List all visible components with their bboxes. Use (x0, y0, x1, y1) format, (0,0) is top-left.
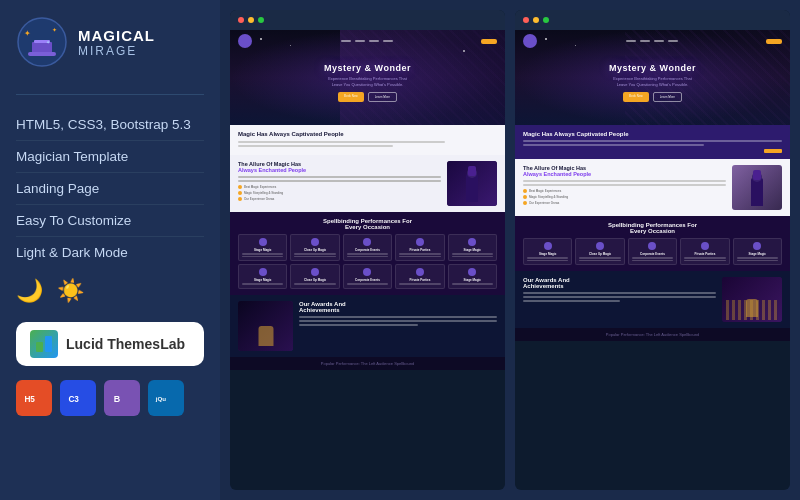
light-nav-link-1 (626, 40, 636, 42)
dark-nav-link-2 (355, 40, 365, 42)
dark-hero-text: Mystery & Wonder Experience Breathtaking… (324, 63, 411, 102)
dark-magician-body (466, 174, 478, 202)
dark-svc-text-5 (452, 253, 493, 255)
light-svc-icon-2 (596, 242, 604, 250)
dark-bottom-text: Popular Performance: The Left Audience S… (238, 361, 497, 366)
dark-service-7: Close Up Magic (290, 264, 339, 289)
light-scroll-area: Mystery & Wonder Experience Breathtaking… (515, 30, 790, 470)
dark-service-9: Private Parties (395, 264, 444, 289)
dark-awards-l2 (299, 320, 497, 322)
dark-nav-links (341, 40, 393, 42)
logo-area: ✦ ✦ ✦ MAGICAL MIRAGE (16, 16, 204, 68)
dark-nav-logo (238, 34, 252, 48)
light-s2-l2 (523, 184, 726, 186)
dark-services-section: Spellbinding Performances ForEvery Occas… (230, 212, 505, 295)
dark-s1-line2 (238, 145, 393, 147)
dark-service-1: Stage Magic (238, 234, 287, 261)
light-s2-title: The Allure Of Magic HasAlways Enchanted … (523, 165, 726, 177)
dark-services-grid-2: Stage Magic Close Up Magic Corporate Eve (238, 264, 497, 289)
lucid-text: Lucid ThemesLab (66, 336, 185, 352)
light-service-4: Private Parties (680, 238, 729, 265)
light-service-2: Close Up Magic (575, 238, 624, 265)
light-check-3: Our Experience Grows (523, 201, 726, 205)
dark-service-3: Corporate Events (343, 234, 392, 261)
dark-svc-text-5b (452, 256, 493, 258)
light-s1-btn-wrap (523, 149, 782, 153)
light-learn-btn: Learn More (653, 92, 682, 102)
logo-sub: MIRAGE (78, 44, 155, 58)
dark-svc-text-1b (242, 256, 283, 258)
dot-yellow (248, 17, 254, 23)
dark-svc-icon-7 (311, 268, 319, 276)
dark-nav-link-3 (369, 40, 379, 42)
light-preview-panel: Mystery & Wonder Experience Breathtaking… (515, 10, 790, 490)
light-dot-green (543, 17, 549, 23)
dark-svc-title-1: Stage Magic (242, 248, 283, 252)
light-awards-section: Our Awards AndAchievements (515, 271, 790, 328)
dark-svc-icon-1 (259, 238, 267, 246)
divider (16, 94, 204, 95)
light-svc-text-2b (579, 260, 620, 262)
dark-service-5: Stage Magic (448, 234, 497, 261)
light-svc-title-1: Stage Magic (527, 252, 568, 256)
dark-svc-icon-10 (468, 268, 476, 276)
light-two-col: The Allure Of Magic HasAlways Enchanted … (523, 165, 782, 210)
light-dot-yellow (533, 17, 539, 23)
light-svc-text-3 (632, 257, 673, 259)
light-svc-text-4 (684, 257, 725, 259)
sun-icon[interactable]: ☀️ (57, 278, 84, 304)
dark-hero-btns: Book Now Learn More (324, 92, 411, 102)
dark-svc-title-6: Stage Magic (242, 278, 283, 282)
logo-icon: ✦ ✦ ✦ (16, 16, 68, 68)
light-bottom-text: Popular Performance: The Left Audience S… (523, 332, 782, 337)
dark-svc-icon-6 (259, 268, 267, 276)
light-svc-icon-5 (753, 242, 761, 250)
light-preview-content: Mystery & Wonder Experience Breathtaking… (515, 30, 790, 490)
lucid-badge[interactable]: Lucid ThemesLab (16, 322, 204, 366)
light-services-title: Spellbinding Performances ForEvery Occas… (523, 222, 782, 234)
dark-nav-btn (481, 39, 497, 44)
light-hero-text: Mystery & Wonder Experience Breathtaking… (609, 63, 696, 102)
light-nav (515, 34, 790, 48)
light-svc-text-4b (684, 260, 725, 262)
light-mock-site: Mystery & Wonder Experience Breathtaking… (515, 30, 790, 470)
bootstrap-badge: B (104, 380, 140, 416)
light-svc-text-5 (737, 257, 778, 259)
light-s1-l1 (523, 140, 782, 142)
light-section1-title: Magic Has Always Captivated People (523, 131, 782, 137)
light-dot-3 (523, 201, 527, 205)
light-service-1: Stage Magic (523, 238, 572, 265)
dark-hero-sub: Experience Breathtaking Performances Tha… (324, 76, 411, 87)
light-awards-two-col: Our Awards AndAchievements (523, 277, 782, 322)
lucid-logo-icon (30, 330, 58, 358)
feature-customize: Easy To Customize (16, 205, 204, 237)
svg-text:C3: C3 (68, 395, 79, 404)
dot-red (238, 17, 244, 23)
dark-s2-l1 (238, 176, 441, 178)
light-check-text-2: Magic Storytelling & Standing (529, 195, 568, 199)
moon-icon[interactable]: 🌙 (16, 278, 43, 304)
dark-services-title: Spellbinding Performances ForEvery Occas… (238, 218, 497, 230)
dark-svc-text-4b (399, 256, 440, 258)
sidebar: ✦ ✦ ✦ MAGICAL MIRAGE HTML5, CSS3, Bootst… (0, 0, 220, 500)
dark-svc-text-2 (294, 253, 335, 255)
dark-service-8: Corporate Events (343, 264, 392, 289)
feature-list: HTML5, CSS3, Bootstrap 5.3 Magician Temp… (16, 109, 204, 268)
light-s1-l2 (523, 144, 704, 146)
dark-nav (230, 34, 505, 48)
svg-rect-2 (28, 52, 56, 56)
dark-svc-title-10: Stage Magic (452, 278, 493, 282)
dark-check-2: Magic Storytelling & Standing (238, 191, 441, 195)
dark-svc-text-7 (294, 283, 335, 285)
dark-two-col: The Allure Of Magic HasAlways Enchanted … (238, 161, 497, 206)
dark-trophy (258, 326, 273, 346)
dark-section1: Magic Has Always Captivated People (230, 125, 505, 155)
svg-text:jQu: jQu (155, 395, 166, 402)
light-svc-text-1 (527, 257, 568, 259)
light-svc-title-4: Private Parties (684, 252, 725, 256)
light-awards-l1 (523, 292, 716, 294)
dark-svc-text-3 (347, 253, 388, 255)
feature-landing: Landing Page (16, 173, 204, 205)
dark-awards-two-col: Our Awards AndAchievements (238, 301, 497, 351)
light-svc-text-2 (579, 257, 620, 259)
